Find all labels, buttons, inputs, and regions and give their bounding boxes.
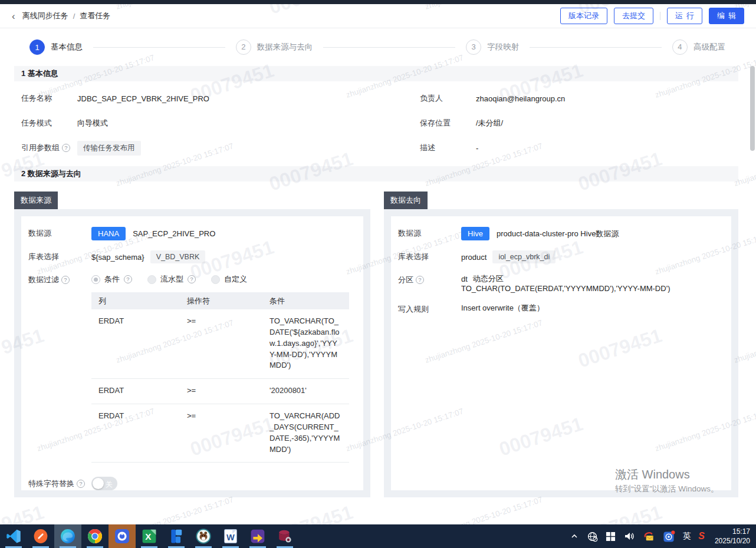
write-rule-row: 写入规则 Insert overwrite（覆盖）	[398, 302, 724, 315]
datasource-type-tag: Hive	[461, 227, 489, 240]
field-label: 特殊字符替换 ?	[28, 478, 91, 489]
tray-sogou-icon[interactable]: S	[698, 531, 705, 542]
taskbar-blue-f-app[interactable]	[163, 524, 190, 548]
taskbar-excel[interactable]: X	[136, 524, 163, 548]
step-basic-info[interactable]: 1 基本信息	[29, 39, 83, 55]
step-label: 字段映射	[487, 42, 519, 52]
tray-windows-icon[interactable]	[606, 532, 616, 542]
help-icon[interactable]: ?	[416, 276, 424, 284]
source-panel-tab: 数据来源	[14, 192, 58, 209]
scrollbar-thumb[interactable]	[750, 66, 755, 151]
filter-operator-cell: >=	[180, 385, 262, 397]
database-app-icon	[277, 529, 292, 544]
word-icon: W	[223, 529, 238, 544]
dest-table-row: 库表选择 product iol_ecp_vbrk_di	[398, 249, 724, 263]
submit-button[interactable]: 去提交	[614, 8, 653, 24]
tray-blue-app-icon[interactable]	[663, 530, 675, 543]
special-char-toggle[interactable]: 关	[91, 477, 117, 490]
toggle-off-label: 关	[106, 480, 113, 490]
taskbar-dbeaver[interactable]	[190, 524, 217, 548]
basic-info-grid: 任务名称 JDBC_SAP_ECP_VBRK_2HIVE_PRO 负责人 zha…	[14, 86, 738, 160]
tray-foxmail-icon[interactable]	[643, 530, 655, 543]
tray-volume-icon[interactable]	[623, 530, 635, 542]
help-icon[interactable]: ?	[62, 144, 70, 152]
clock-time: 15:17	[715, 527, 750, 536]
field-label-text: 分区	[398, 275, 413, 285]
tray-clock[interactable]: 15:17 2025/10/20	[715, 527, 750, 546]
radio-dot	[91, 275, 100, 284]
watermark-text: 00079451	[267, 501, 356, 524]
taskbar-word[interactable]: W	[217, 524, 244, 548]
breadcrumb-separator: /	[73, 12, 75, 21]
source-card: 数据源 HANA SAP_ECP_2HIVE_PRO 库表选择 ${sap_sc…	[21, 216, 363, 490]
column-header: 列	[91, 296, 180, 306]
datasource-name: SAP_ECP_2HIVE_PRO	[133, 229, 215, 238]
schema-value: ${sap_schema}	[91, 253, 144, 262]
radio-label: 自定义	[224, 274, 247, 285]
taskbar-active-app[interactable]	[109, 524, 136, 548]
help-icon[interactable]: ?	[61, 276, 70, 284]
window-top-strip	[0, 0, 756, 4]
run-button[interactable]: 运行	[667, 8, 702, 24]
field-label: 描述	[413, 143, 476, 153]
step-wizard: 1 基本信息 2 数据来源与去向 3 字段映射 4 高级配置	[0, 28, 748, 66]
radio-condition[interactable]: 条件 ?	[91, 274, 132, 285]
blue-f-app-icon	[169, 529, 184, 544]
radio-label: 流水型	[160, 274, 183, 285]
svg-text:X: X	[145, 532, 151, 542]
help-icon[interactable]: ?	[124, 275, 132, 283]
filter-table-row: ERDAT >= TO_VARCHAR(TO_DATE('${azkaban.f…	[91, 309, 349, 379]
task-name-row: 任务名称 JDBC_SAP_ECP_VBRK_2HIVE_PRO	[14, 86, 413, 111]
field-label: 保存位置	[413, 118, 476, 128]
step-number: 1	[29, 39, 45, 55]
field-label: 分区 ?	[398, 272, 461, 285]
step-advanced-config[interactable]: 4 高级配置	[672, 39, 725, 55]
task-mode-row: 任务模式 向导模式	[14, 111, 413, 136]
partition-row: 分区 ? dt 动态分区 TO_CHAR(TO_DATE(ERDAT,'YYYY…	[398, 272, 724, 293]
field-label-text: 数据过滤	[28, 275, 59, 285]
step-label: 高级配置	[693, 42, 725, 52]
taskbar-vscode[interactable]	[0, 524, 27, 548]
back-icon[interactable]: ‹	[12, 11, 15, 21]
field-label: 负责人	[413, 93, 476, 104]
step-source-dest[interactable]: 2 数据来源与去向	[236, 39, 313, 55]
table-name-tag: V_BD_VBRK	[150, 250, 206, 263]
radio-label: 条件	[104, 274, 120, 285]
pen-app-icon	[33, 529, 48, 544]
section-source-dest-header: 2 数据来源与去向	[14, 166, 738, 181]
tray-network-globe-icon[interactable]	[587, 531, 598, 542]
clock-date: 2025/10/20	[715, 536, 750, 546]
taskbar-edge[interactable]	[54, 524, 81, 548]
help-icon[interactable]: ?	[188, 275, 196, 283]
special-char-row: 特殊字符替换 ? 关	[28, 477, 356, 490]
taskbar-editor-app[interactable]	[27, 524, 54, 548]
radio-incremental[interactable]: 流水型 ?	[147, 274, 196, 285]
param-group-row: 引用参数组 ? 传输任务发布用	[14, 136, 413, 160]
blue-app-icon	[114, 529, 130, 544]
database-value: product	[461, 253, 487, 262]
taskbar-chrome[interactable]	[81, 524, 109, 548]
radio-custom[interactable]: 自定义	[211, 274, 247, 285]
step-number: 2	[236, 39, 251, 55]
filter-table-body: ERDAT >= TO_VARCHAR(TO_DATE('${azkaban.f…	[91, 309, 349, 463]
step-field-mapping[interactable]: 3 字段映射	[466, 39, 519, 55]
description-value: -	[476, 144, 478, 153]
taskbar-purple-app[interactable]	[244, 524, 271, 548]
filter-radio-group: 条件 ? 流水型 ? 自定义	[91, 272, 247, 285]
taskbar-database-app[interactable]	[271, 524, 298, 548]
filter-operator-cell: >=	[180, 316, 262, 371]
tray-ime-language[interactable]: 英	[683, 531, 691, 542]
tray-chevron-up-icon[interactable]	[570, 532, 579, 541]
help-icon[interactable]: ?	[77, 480, 85, 488]
breadcrumb-parent[interactable]: 离线同步任务	[22, 11, 68, 21]
toggle-knob	[93, 478, 104, 489]
watermark-text: 00079451	[576, 501, 665, 524]
filter-row: 数据过滤 ? 条件 ? 流水型 ?	[28, 272, 356, 285]
watermark-text: zhujianzhong 2025-10-20 15:17:07	[115, 495, 235, 524]
filter-table: 列 操作符 条件 ERDAT >= TO_VARCHAR(TO_DATE('${…	[91, 292, 349, 463]
field-label-text: 引用参数组	[21, 143, 60, 153]
radio-dot	[211, 275, 220, 284]
section-basic-info-header: 1 基本信息	[14, 66, 738, 81]
edit-button[interactable]: 编辑	[709, 8, 744, 24]
version-history-button[interactable]: 版本记录	[560, 8, 607, 24]
